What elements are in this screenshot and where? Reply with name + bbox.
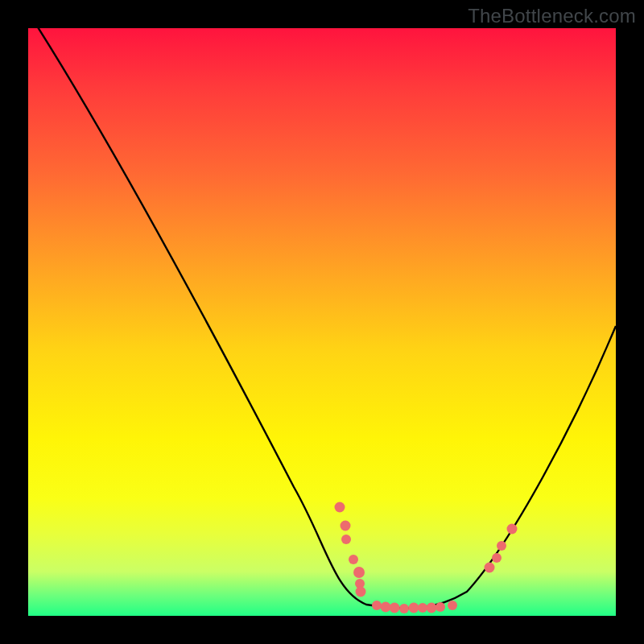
data-dot: [507, 524, 518, 535]
chart-stage: TheBottleneck.com: [0, 0, 644, 644]
data-dot: [349, 555, 358, 564]
watermark-text: TheBottleneck.com: [468, 5, 636, 27]
data-dot: [436, 602, 445, 612]
data-dot: [399, 604, 409, 613]
data-dot: [353, 567, 365, 578]
data-dot: [390, 603, 400, 613]
data-dot: [497, 541, 506, 551]
data-dot: [485, 563, 495, 573]
data-dots-layer: [28, 28, 616, 616]
plot-area: [28, 28, 616, 616]
data-dot: [492, 553, 502, 563]
data-dot: [448, 601, 457, 610]
data-dot: [341, 521, 351, 531]
data-dot: [335, 502, 345, 513]
data-dot: [341, 535, 351, 544]
data-dot: [356, 587, 366, 597]
